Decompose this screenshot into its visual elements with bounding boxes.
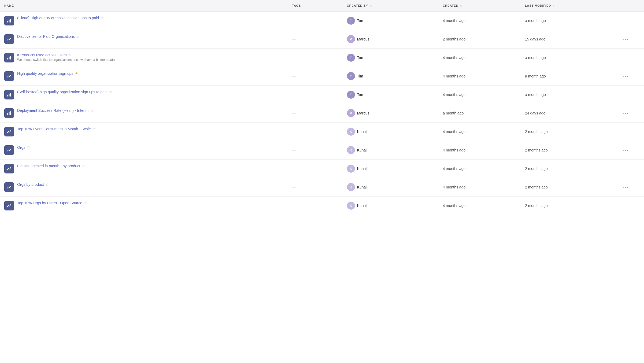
item-title-link[interactable]: # Products used across users [17, 53, 66, 57]
avatar: T [347, 17, 355, 25]
td-actions: ··· [617, 12, 644, 30]
last-modified-date: a month ago [525, 92, 546, 97]
avatar: M [347, 35, 355, 43]
td-name: Top 10% Orgs by Users - Open Source ☆ [0, 197, 288, 215]
item-icon[interactable] [4, 71, 14, 81]
more-options-button[interactable]: ··· [621, 17, 631, 25]
td-created: 4 months ago [438, 178, 521, 197]
item-title-link[interactable]: Orgs [17, 145, 25, 150]
td-name: Orgs by product ☆ [0, 178, 288, 197]
item-icon[interactable] [4, 182, 14, 192]
created-date: 4 months ago [443, 74, 465, 78]
td-tags: — [288, 141, 342, 160]
user-name: Tim [357, 18, 363, 23]
item-icon[interactable] [4, 164, 14, 173]
more-options-button[interactable]: ··· [621, 109, 631, 117]
last-modified-filter-icon[interactable]: ≡ [553, 4, 555, 8]
col-header-created-by[interactable]: CREATED BY ≡ [343, 0, 439, 12]
td-tags: — [288, 178, 342, 197]
td-name: Discoveries for Paid Organizations ☆ [0, 30, 288, 49]
star-empty-icon[interactable]: ☆ [92, 127, 96, 131]
user-name: Tim [357, 74, 363, 78]
item-title-link[interactable]: Discoveries for Paid Organizations [17, 34, 75, 39]
tags-value: — [292, 185, 296, 189]
star-empty-icon[interactable]: ☆ [27, 145, 30, 150]
star-empty-icon[interactable]: ☆ [90, 108, 94, 113]
item-icon[interactable] [4, 108, 14, 118]
user-name: Tim [357, 92, 363, 97]
item-title-link[interactable]: Orgs by product [17, 182, 44, 187]
more-options-button[interactable]: ··· [621, 146, 631, 154]
svg-rect-11 [10, 111, 11, 115]
last-modified-date: 2 months ago [525, 129, 548, 134]
item-title-link[interactable]: Events ingested in month - by product [17, 164, 80, 168]
star-empty-icon[interactable]: ☆ [76, 34, 80, 39]
svg-rect-7 [9, 94, 10, 97]
td-created: 4 months ago [438, 197, 521, 215]
item-title-link[interactable]: (Self-hosted) high quality organization … [17, 90, 108, 94]
item-title-link[interactable]: Deployment Success Rate (Helm) - Interim [17, 108, 88, 113]
td-name: Events ingested in month - by product ☆ [0, 160, 288, 178]
td-last-modified: 15 days ago [521, 30, 617, 49]
td-last-modified: 2 months ago [521, 123, 617, 141]
star-empty-icon[interactable]: ☆ [82, 164, 85, 168]
td-tags: — [288, 67, 342, 86]
td-created-by: T Tim [343, 12, 439, 30]
last-modified-date: a month ago [525, 55, 546, 60]
star-empty-icon[interactable]: ☆ [101, 16, 104, 20]
item-title-link[interactable]: High quality organization sign ups [17, 71, 73, 76]
td-tags: — [288, 86, 342, 104]
td-actions: ··· [617, 67, 644, 86]
created-by-filter-icon[interactable]: ≡ [370, 4, 372, 8]
td-created-by: K Kunal [343, 141, 439, 160]
avatar: K [347, 128, 355, 136]
td-tags: — [288, 123, 342, 141]
user-name: Kunal [357, 166, 367, 171]
more-options-button[interactable]: ··· [621, 91, 631, 99]
td-actions: ··· [617, 160, 644, 178]
svg-rect-9 [7, 113, 8, 115]
created-filter-icon[interactable]: ≡ [460, 4, 462, 8]
more-options-button[interactable]: ··· [621, 128, 631, 136]
td-created-by: K Kunal [343, 160, 439, 178]
td-name: Orgs ☆ [0, 141, 288, 160]
item-title-link[interactable]: Top 10% Event Consumers in Month - Scale [17, 127, 91, 131]
item-icon[interactable] [4, 127, 14, 136]
star-empty-icon[interactable]: ☆ [46, 182, 49, 187]
star-empty-icon[interactable]: ☆ [68, 53, 72, 57]
item-icon[interactable] [4, 16, 14, 25]
col-header-last-modified[interactable]: LAST MODIFIED ≡ [521, 0, 617, 12]
td-created-by: T Tim [343, 49, 439, 67]
col-header-created[interactable]: CREATED ≡ [438, 0, 521, 12]
tags-value: — [292, 74, 296, 78]
table-row: (Self-hosted) high quality organization … [0, 86, 644, 104]
avatar: K [347, 183, 355, 191]
star-empty-icon[interactable]: ☆ [109, 90, 113, 94]
td-tags: — [288, 49, 342, 67]
star-empty-icon[interactable]: ☆ [84, 201, 87, 205]
last-modified-date: 15 days ago [525, 37, 545, 41]
item-icon[interactable] [4, 90, 14, 99]
more-options-button[interactable]: ··· [621, 72, 631, 80]
more-options-button[interactable]: ··· [621, 35, 631, 43]
more-options-button[interactable]: ··· [621, 54, 631, 62]
td-last-modified: a month ago [521, 86, 617, 104]
td-tags: — [288, 12, 342, 30]
star-filled-icon[interactable]: ★ [75, 71, 78, 76]
more-options-button[interactable]: ··· [621, 202, 631, 210]
item-description: We should switch this to organisations o… [17, 58, 115, 62]
more-options-button[interactable]: ··· [621, 165, 631, 173]
item-title-link[interactable]: (Cloud) High quality organization sign u… [17, 16, 99, 20]
item-icon[interactable] [4, 34, 14, 44]
table-row: Discoveries for Paid Organizations ☆ — M… [0, 30, 644, 49]
item-icon[interactable] [4, 201, 14, 210]
more-options-button[interactable]: ··· [621, 183, 631, 191]
td-created-by: K Kunal [343, 197, 439, 215]
td-last-modified: 24 days ago [521, 104, 617, 123]
tags-value: — [292, 166, 296, 171]
item-title-link[interactable]: Top 10% Orgs by Users - Open Source [17, 201, 82, 205]
td-created: 4 months ago [438, 67, 521, 86]
td-last-modified: 2 months ago [521, 160, 617, 178]
item-icon[interactable] [4, 145, 14, 155]
item-icon[interactable] [4, 53, 14, 62]
